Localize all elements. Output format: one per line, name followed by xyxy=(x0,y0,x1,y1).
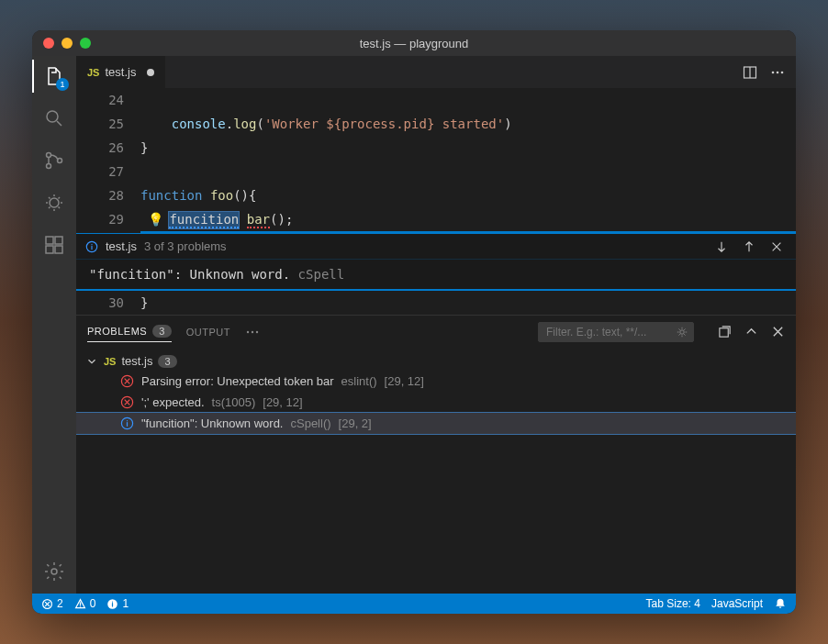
peek-next-icon[interactable] xyxy=(711,240,732,253)
svg-point-4 xyxy=(50,198,59,207)
settings-gear-icon[interactable] xyxy=(41,559,67,584)
svg-point-9 xyxy=(51,569,57,574)
source-control-icon[interactable] xyxy=(41,148,67,173)
problems-file-row[interactable]: JS test.js 3 xyxy=(76,351,796,371)
search-icon[interactable] xyxy=(41,105,67,131)
code-editor[interactable]: 24 25 console.log('Worker ${process.pid}… xyxy=(76,88,796,233)
svg-point-13 xyxy=(781,71,784,73)
error-icon xyxy=(120,374,134,388)
bottom-panel: PROBLEMS 3 OUTPUT xyxy=(76,315,796,594)
problem-message: ';' expected. xyxy=(141,395,205,409)
status-infos[interactable]: 1 xyxy=(106,597,129,610)
window-title: test.js — playground xyxy=(32,37,796,50)
tab-label: test.js xyxy=(105,65,136,79)
tab-output[interactable]: OUTPUT xyxy=(186,327,230,338)
svg-point-0 xyxy=(47,111,58,122)
info-icon xyxy=(85,240,98,253)
svg-rect-19 xyxy=(720,328,728,337)
problem-source: eslint() xyxy=(341,374,377,388)
peek-prev-icon[interactable] xyxy=(739,240,759,253)
peek-header: test.js 3 of 3 problems xyxy=(76,234,796,260)
svg-rect-8 xyxy=(55,246,62,253)
debug-icon[interactable] xyxy=(41,190,67,216)
panel-close-icon[interactable] xyxy=(771,325,785,339)
editor-tab[interactable]: JS test.js xyxy=(76,56,166,88)
svg-point-1 xyxy=(47,153,51,158)
status-bar: 2 0 1 Tab Size: 4 JavaScript xyxy=(32,594,796,614)
line-number: 30 xyxy=(76,291,140,315)
svg-rect-7 xyxy=(46,246,53,253)
traffic-lights xyxy=(32,38,91,49)
js-file-icon: JS xyxy=(87,67,99,78)
problem-location: [29, 12] xyxy=(385,374,424,388)
status-errors[interactable]: 2 xyxy=(41,597,63,610)
filter-settings-icon[interactable] xyxy=(676,326,688,339)
minimize-window-button[interactable] xyxy=(62,38,73,49)
info-icon xyxy=(120,416,134,430)
peek-message: "funcition": Unknown word. cSpell xyxy=(76,260,796,289)
status-notifications-icon[interactable] xyxy=(774,597,787,610)
close-window-button[interactable] xyxy=(43,38,54,49)
problem-row[interactable]: ';' expected. ts(1005) [29, 12] xyxy=(76,392,796,413)
line-number: 29 xyxy=(76,207,140,233)
tab-bar: JS test.js xyxy=(76,56,796,88)
titlebar: test.js — playground xyxy=(32,30,796,56)
svg-point-17 xyxy=(256,330,258,332)
chevron-down-icon xyxy=(85,355,98,368)
problem-row[interactable]: "funcition": Unknown word. cSpell() [29,… xyxy=(76,413,796,434)
svg-point-2 xyxy=(47,164,51,169)
svg-point-24 xyxy=(80,605,81,606)
split-editor-icon[interactable] xyxy=(743,65,757,80)
problems-list: JS test.js 3 Parsing error: Unexpected t… xyxy=(76,348,796,594)
collapse-all-icon[interactable] xyxy=(718,325,732,339)
modified-indicator-icon xyxy=(147,69,154,76)
svg-rect-5 xyxy=(46,237,53,244)
panel-more-icon[interactable] xyxy=(245,325,260,339)
panel-tab-bar: PROBLEMS 3 OUTPUT xyxy=(76,316,796,348)
status-language[interactable]: JavaScript xyxy=(711,597,763,610)
line-number: 24 xyxy=(76,88,140,112)
explorer-badge: 1 xyxy=(56,78,69,91)
line-number: 26 xyxy=(76,136,140,160)
line-number: 28 xyxy=(76,183,140,207)
svg-point-12 xyxy=(777,71,779,73)
peek-close-icon[interactable] xyxy=(766,240,787,253)
problems-count-badge: 3 xyxy=(152,325,172,338)
app-window: test.js — playground 1 xyxy=(32,30,796,614)
svg-point-16 xyxy=(252,330,253,332)
lightbulb-icon[interactable]: 💡 xyxy=(148,212,163,227)
maximize-window-button[interactable] xyxy=(80,38,91,49)
svg-rect-6 xyxy=(55,237,62,244)
peek-file: test.js xyxy=(106,239,137,253)
error-icon xyxy=(120,395,134,409)
extensions-icon[interactable] xyxy=(41,232,67,258)
peek-summary: 3 of 3 problems xyxy=(144,239,227,253)
svg-point-18 xyxy=(680,329,684,333)
more-actions-icon[interactable] xyxy=(770,65,785,80)
problems-filter-input[interactable] xyxy=(538,322,694,342)
panel-maximize-icon[interactable] xyxy=(744,325,758,339)
problem-message: Parsing error: Unexpected token bar xyxy=(141,374,334,388)
problem-location: [29, 12] xyxy=(263,395,302,409)
status-tab-size[interactable]: Tab Size: 4 xyxy=(646,597,700,610)
problem-message: "funcition": Unknown word. xyxy=(141,416,283,430)
problems-file-label: test.js xyxy=(121,354,152,368)
line-number: 27 xyxy=(76,160,140,183)
svg-point-11 xyxy=(772,71,775,73)
status-warnings[interactable]: 0 xyxy=(74,597,96,610)
problem-row[interactable]: Parsing error: Unexpected token bar esli… xyxy=(76,371,796,392)
svg-point-15 xyxy=(247,330,249,332)
file-problem-count: 3 xyxy=(158,355,176,368)
problem-source: cSpell() xyxy=(290,416,330,430)
explorer-icon[interactable]: 1 xyxy=(41,63,67,89)
js-file-icon: JS xyxy=(104,356,116,367)
line-number: 25 xyxy=(76,112,140,136)
activity-bar: 1 xyxy=(32,56,76,594)
problem-source: ts(1005) xyxy=(212,395,256,409)
problem-peek-view: test.js 3 of 3 problems "funcition": Unk… xyxy=(76,233,796,291)
tab-problems[interactable]: PROBLEMS 3 xyxy=(87,325,172,342)
problem-location: [29, 2] xyxy=(339,416,372,430)
